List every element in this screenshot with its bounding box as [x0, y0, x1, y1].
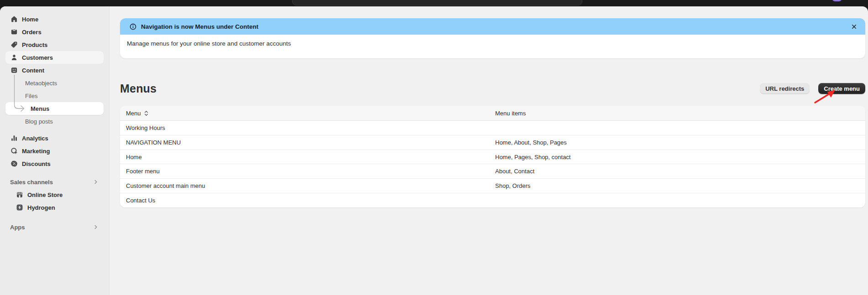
table-header-row: Menu Menu items	[120, 106, 865, 121]
info-banner-header: Navigation is now Menus under Content	[120, 18, 865, 35]
discounts-icon	[10, 160, 18, 168]
sidebar-item-orders[interactable]: Orders	[5, 26, 104, 38]
menu-name-cell: Footer menu	[120, 168, 495, 175]
table-row[interactable]: Footer menu About, Contact	[120, 164, 865, 178]
menu-items-cell: Shop, Orders	[495, 182, 865, 189]
content-icon	[10, 66, 18, 74]
menus-table: Menu Menu items Working Hours NAVIGATION…	[120, 106, 865, 207]
online-store-icon	[16, 191, 24, 199]
sidebar-item-label: Metaobjects	[25, 80, 57, 87]
hydrogen-icon	[16, 203, 24, 212]
sidebar-item-customers[interactable]: Customers	[5, 51, 104, 64]
sidebar-item-products[interactable]: Products	[5, 38, 104, 51]
sidebar-item-label: Orders	[22, 29, 42, 36]
analytics-icon	[10, 134, 18, 142]
menu-name-cell: NAVIGATION MENU	[120, 139, 495, 146]
menu-items-cell: Home, About, Shop, Pages	[495, 139, 865, 146]
chevron-right-icon	[93, 224, 99, 230]
page-actions: URL redirects Create menu	[760, 83, 865, 94]
sales-channels-label: Sales channels	[10, 179, 53, 186]
sidebar-item-label: Discounts	[22, 160, 51, 167]
search-input[interactable]	[292, 0, 582, 5]
sidebar-item-marketing[interactable]: Marketing	[5, 145, 104, 157]
sidebar-item-label: Blog posts	[25, 118, 53, 125]
sidebar-item-label: Products	[22, 41, 47, 48]
sidebar-item-home[interactable]: Home	[5, 13, 104, 26]
sidebar-item-online-store[interactable]: Online Store	[5, 188, 104, 201]
top-bar	[0, 0, 868, 6]
sidebar-item-analytics[interactable]: Analytics	[5, 132, 104, 145]
table-row[interactable]: Working Hours	[120, 121, 865, 135]
sidebar-item-label: Files	[25, 93, 37, 99]
sidebar-section-sales-channels[interactable]: Sales channels	[5, 176, 104, 188]
sidebar-item-label: Menus	[31, 105, 49, 112]
close-icon	[851, 23, 858, 30]
url-redirects-button[interactable]: URL redirects	[760, 83, 810, 94]
info-icon	[129, 23, 137, 31]
sidebar-item-label: Home	[22, 16, 38, 23]
sort-icon	[144, 110, 149, 116]
sidebar-item-blog-posts[interactable]: Blog posts	[5, 115, 104, 128]
table-row[interactable]: NAVIGATION MENU Home, About, Shop, Pages	[120, 135, 865, 150]
sidebar-item-hydrogen[interactable]: Hydrogen	[5, 201, 104, 214]
menu-items-cell: Home, Pages, Shop, contact	[495, 154, 865, 160]
avatar[interactable]	[832, 0, 842, 1]
table-row[interactable]: Customer account main menu Shop, Orders	[120, 178, 865, 193]
sidebar-item-label: Customers	[22, 54, 53, 61]
home-icon	[10, 15, 18, 23]
sidebar-item-label: Online Store	[27, 191, 63, 198]
create-menu-button[interactable]: Create menu	[818, 83, 865, 94]
products-tag-icon	[10, 41, 18, 49]
banner-description: Manage menus for your online store and c…	[120, 35, 865, 47]
menu-name-cell: Home	[120, 154, 495, 160]
sidebar-item-discounts[interactable]: Discounts	[5, 157, 104, 170]
marketing-icon	[10, 147, 18, 155]
column-header-menu-items: Menu items	[495, 110, 865, 117]
sidebar-item-menus[interactable]: Menus	[5, 102, 104, 115]
sidebar-item-label: Analytics	[22, 135, 48, 142]
banner-title: Navigation is now Menus under Content	[141, 23, 258, 30]
sidebar-item-content[interactable]: Content	[5, 64, 104, 77]
menu-name-cell: Working Hours	[120, 124, 495, 131]
sidebar-section-apps[interactable]: Apps	[5, 221, 104, 233]
apps-label: Apps	[10, 224, 25, 231]
orders-icon	[10, 28, 18, 36]
close-banner-button[interactable]	[849, 21, 859, 31]
page-header: Menus URL redirects Create menu	[120, 79, 865, 98]
sidebar-item-label: Hydrogen	[27, 204, 55, 211]
sidebar-item-metaobjects[interactable]: Metaobjects	[5, 77, 104, 89]
column-label: Menu	[126, 110, 141, 117]
sidebar-item-label: Content	[22, 67, 44, 74]
menu-name-cell: Contact Us	[120, 197, 495, 204]
menu-name-cell: Customer account main menu	[120, 182, 495, 189]
app-surface: Home Orders Products Customers Content M…	[0, 6, 868, 295]
main-content: Navigation is now Menus under Content Ma…	[110, 6, 868, 295]
column-header-menu[interactable]: Menu	[126, 110, 149, 117]
sidebar-item-files[interactable]: Files	[5, 89, 104, 102]
chevron-right-icon	[93, 179, 99, 185]
menu-items-cell: About, Contact	[495, 168, 865, 175]
sidebar: Home Orders Products Customers Content M…	[0, 6, 110, 295]
page-title: Menus	[120, 82, 157, 95]
customers-icon	[10, 53, 18, 62]
table-row[interactable]: Home Home, Pages, Shop, contact	[120, 150, 865, 164]
table-row[interactable]: Contact Us	[120, 193, 865, 207]
sidebar-item-label: Marketing	[22, 148, 50, 155]
info-banner: Navigation is now Menus under Content Ma…	[120, 18, 865, 58]
